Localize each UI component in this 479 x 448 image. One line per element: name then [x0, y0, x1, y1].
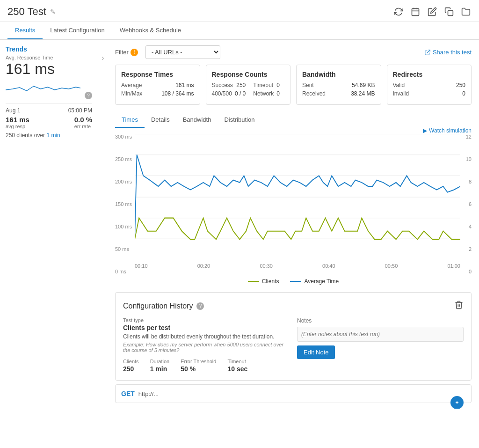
share-test-link[interactable]: Share this test	[424, 49, 472, 56]
edit-title-icon[interactable]: ✎	[50, 8, 56, 15]
tab-webhooks[interactable]: Webhooks & Schedule	[112, 22, 189, 39]
bandwidth-card: Bandwidth Sent 54.69 KB Received 38.24 M…	[296, 65, 381, 105]
valid-label: Valid	[393, 82, 405, 88]
chart-tab-distribution[interactable]: Distribution	[218, 112, 261, 128]
success-val: 250	[236, 82, 246, 88]
param-error: Error Threshold 50 %	[181, 359, 216, 373]
svg-rect-0	[412, 8, 419, 15]
header-icons	[393, 6, 472, 17]
config-right: Notes Edit Note	[297, 317, 464, 373]
share-test-label: Share this test	[433, 49, 472, 56]
received-val: 38.24 MB	[351, 90, 375, 97]
get-row: GET http://... +	[115, 384, 472, 403]
calendar-icon[interactable]	[410, 6, 421, 17]
response-counts-title: Response Counts	[212, 71, 285, 78]
avg-label: Average	[121, 82, 142, 88]
page-title: 250 Test ✎	[7, 6, 56, 18]
config-title: Configuration History ?	[123, 302, 204, 310]
error-row: 400/500 0 / 0	[212, 90, 246, 97]
sidebar-resp-label: avg resp	[6, 124, 29, 129]
edit-icon[interactable]	[427, 6, 438, 17]
sidebar-resp-val: 161 ms	[6, 116, 29, 124]
param-error-label: Error Threshold	[181, 359, 216, 364]
folder-icon[interactable]	[460, 6, 472, 17]
tab-latest-config[interactable]: Latest Configuration	[43, 22, 112, 39]
chart-container: 300 ms 250 ms 200 ms 150 ms 100 ms 50 ms…	[115, 134, 472, 274]
param-clients-val: 250	[123, 365, 139, 373]
param-duration-val: 1 min	[150, 365, 170, 373]
edit-note-button[interactable]: Edit Note	[297, 345, 335, 359]
svg-rect-4	[448, 11, 453, 16]
chart-x-labels: 00:10 00:20 00:30 00:40 00:50 01:00	[135, 263, 460, 274]
get-url: http://...	[138, 390, 159, 397]
chart-inner	[135, 134, 460, 260]
config-body: Test type Clients per test Clients will …	[123, 317, 464, 373]
minmax-val: 108 / 364 ms	[161, 90, 194, 97]
avg-legend-label: Average Time	[304, 278, 339, 285]
avg-row: Average 161 ms	[121, 82, 194, 88]
add-button[interactable]: +	[450, 396, 464, 409]
legend-avg-time: Average Time	[290, 278, 339, 285]
refresh-icon[interactable]	[393, 6, 404, 17]
redirects-card: Redirects Valid 250 Invalid 0	[387, 65, 472, 105]
title-text: 250 Test	[7, 6, 46, 18]
clients-legend-label: Clients	[262, 278, 279, 285]
response-times-title: Response Times	[121, 71, 194, 78]
sparkline-help[interactable]: ?	[85, 92, 92, 99]
param-clients: Clients 250	[123, 359, 139, 373]
config-type-value: Clients per test	[123, 324, 290, 331]
valid-val: 250	[456, 82, 465, 88]
sidebar-time: 05:00 PM	[68, 107, 92, 114]
timeout-row: Timeout 0	[253, 82, 280, 88]
param-duration-label: Duration	[150, 359, 170, 364]
watch-sim-label: Watch simulation	[429, 127, 472, 134]
config-left: Test type Clients per test Clients will …	[123, 317, 290, 373]
url-filter-select[interactable]: - All URLs -	[145, 45, 220, 59]
param-error-val: 50 %	[181, 365, 216, 373]
sent-label: Sent	[302, 82, 314, 88]
clients-legend-line	[248, 281, 259, 282]
bandwidth-title: Bandwidth	[302, 71, 375, 78]
sidebar-resp-group: 161 ms avg resp	[6, 116, 29, 129]
config-help-icon[interactable]: ?	[196, 302, 204, 310]
chart-tab-details[interactable]: Details	[145, 112, 176, 128]
network-row: Network 0	[253, 90, 280, 97]
copy-icon[interactable]	[443, 6, 455, 17]
get-label: GET	[121, 390, 135, 397]
filter-text: Filter	[115, 49, 129, 56]
chart-legend: Clients Average Time	[115, 278, 472, 285]
watch-simulation-link[interactable]: ▶ Watch simulation	[423, 127, 472, 134]
invalid-row: Invalid 0	[393, 90, 466, 97]
config-history: Configuration History ? Test type Client…	[115, 292, 472, 381]
timeout-val: 0	[276, 82, 280, 88]
main-content: Trends Avg. Response Time 161 ms ? Aug 1…	[0, 40, 479, 409]
chart-tab-bandwidth[interactable]: Bandwidth	[176, 112, 218, 128]
sidebar-err-label: err rate	[74, 124, 92, 129]
sidebar-metrics-row: 161 ms avg resp 0.0 % err rate	[6, 116, 92, 129]
chart-tab-times[interactable]: Times	[115, 112, 145, 128]
legend-clients: Clients	[248, 278, 279, 285]
invalid-label: Invalid	[393, 90, 409, 97]
sidebar-wrapper: Trends Avg. Response Time 161 ms ? Aug 1…	[0, 40, 108, 409]
param-timeout: Timeout 10 sec	[227, 359, 247, 373]
config-history-header: Configuration History ?	[123, 300, 464, 312]
notes-input[interactable]	[297, 327, 464, 342]
sidebar-date: Aug 1	[6, 107, 20, 114]
minmax-label: Min/Max	[121, 90, 142, 97]
delete-config-icon[interactable]	[454, 300, 464, 312]
tab-results[interactable]: Results	[7, 22, 43, 39]
sidebar-next-arrow[interactable]: ›	[98, 54, 108, 62]
response-counts-card: Response Counts Success 250 400/500 0 / …	[206, 65, 291, 105]
success-row: Success 250	[212, 82, 246, 88]
avg-legend-line	[290, 281, 301, 282]
param-duration: Duration 1 min	[150, 359, 170, 373]
sidebar-divider	[6, 103, 92, 103]
play-icon: ▶	[423, 127, 427, 134]
param-clients-label: Clients	[123, 359, 139, 364]
sent-row: Sent 54.69 KB	[302, 82, 375, 88]
sparkline-chart	[6, 81, 80, 97]
network-val: 0	[276, 90, 280, 97]
valid-row: Valid 250	[393, 82, 466, 88]
sparkline-area: ?	[6, 81, 92, 99]
sidebar: Trends Avg. Response Time 161 ms ? Aug 1…	[0, 40, 98, 409]
